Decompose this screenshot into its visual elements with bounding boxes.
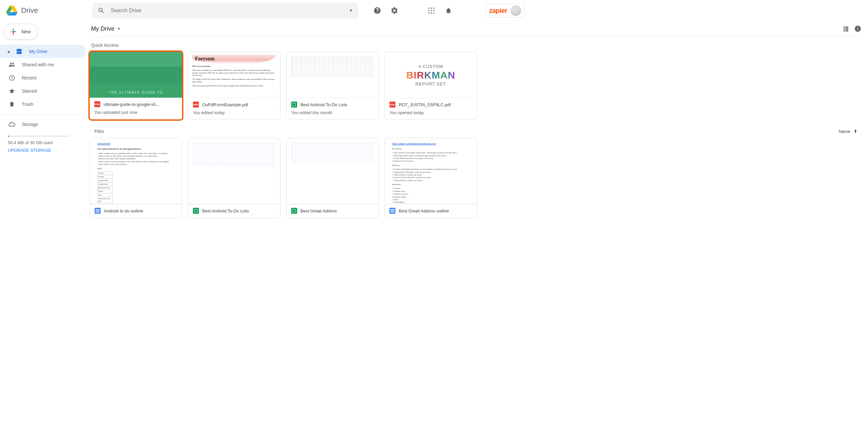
file-title: ultimate-guide-to-google-sh... bbox=[103, 102, 159, 107]
zapier-logo: zapier bbox=[489, 7, 507, 14]
quick-access-card[interactable]: A CUSTOM BIRKMAN REPORT SET PDF POT_JUST… bbox=[384, 52, 477, 119]
file-title: Best Gmail Addons bbox=[301, 209, 337, 213]
sort-label: Name bbox=[839, 129, 850, 134]
people-icon bbox=[8, 61, 16, 68]
drive-icon bbox=[15, 48, 23, 55]
file-thumbnail: Foersom PDF Form Example This is an exam… bbox=[188, 52, 280, 98]
list-view-icon[interactable] bbox=[842, 25, 849, 32]
path-row: My Drive ▼ bbox=[90, 21, 863, 37]
file-title: OoPdfFormExample.pdf bbox=[202, 102, 248, 107]
docs-icon bbox=[390, 208, 395, 214]
file-card[interactable]: Best Android To-Do Lists bbox=[188, 138, 280, 218]
drive-logo-icon bbox=[5, 4, 19, 17]
sidebar-item-label: Recent bbox=[22, 75, 36, 81]
expand-caret-icon[interactable]: ▶ bbox=[8, 50, 11, 54]
quick-access-card[interactable]: THE ULTIMATE GUIDE TO PDF ultimate-guide… bbox=[90, 52, 182, 119]
file-subtitle: You opened today bbox=[390, 110, 472, 115]
svg-point-4 bbox=[431, 10, 432, 11]
file-thumbnail bbox=[287, 138, 378, 204]
svg-point-8 bbox=[433, 12, 435, 14]
sidebar-item-starred[interactable]: Starred bbox=[0, 85, 86, 98]
storage-bar bbox=[8, 135, 69, 137]
pdf-icon: PDF bbox=[94, 101, 100, 107]
quick-access-card[interactable]: Best Android To-Do Lists You edited this… bbox=[286, 52, 379, 119]
docs-icon bbox=[95, 208, 101, 214]
star-icon bbox=[8, 88, 16, 94]
files-row: Spreadsheet The best Android to do list … bbox=[90, 138, 863, 218]
trash-icon bbox=[8, 101, 16, 107]
folder-path-label: My Drive bbox=[91, 25, 115, 32]
file-thumbnail bbox=[188, 138, 280, 204]
sidebar-item-label: Starred bbox=[22, 88, 37, 94]
sidebar-item-recent[interactable]: Recent bbox=[0, 71, 86, 85]
svg-rect-9 bbox=[13, 31, 14, 32]
product-name: Drive bbox=[21, 6, 38, 15]
files-heading: Files bbox=[94, 129, 104, 134]
file-title: POT_JUSTIN_G5F9LC.pdf bbox=[399, 102, 451, 107]
chevron-down-icon: ▼ bbox=[117, 27, 121, 31]
sheets-icon bbox=[291, 208, 297, 214]
svg-point-2 bbox=[433, 8, 435, 9]
sort-control[interactable]: Name bbox=[839, 129, 858, 134]
info-icon[interactable] bbox=[854, 25, 861, 32]
svg-point-7 bbox=[431, 12, 432, 14]
file-thumbnail bbox=[287, 52, 378, 98]
svg-rect-13 bbox=[858, 27, 858, 28]
header-icons: zapier bbox=[371, 4, 525, 18]
apps-grid-icon[interactable] bbox=[425, 4, 438, 17]
divider bbox=[0, 114, 86, 115]
svg-point-0 bbox=[428, 8, 430, 9]
file-subtitle: You edited today bbox=[193, 110, 275, 115]
sidebar-item-label: Shared with me bbox=[22, 62, 54, 67]
svg-point-6 bbox=[428, 12, 430, 14]
svg-rect-12 bbox=[858, 28, 858, 30]
settings-gear-icon[interactable] bbox=[388, 4, 401, 17]
sidebar-item-label: Trash bbox=[22, 102, 33, 107]
cloud-icon bbox=[8, 121, 16, 128]
new-button[interactable]: New bbox=[4, 24, 38, 39]
file-title: Android to do outline bbox=[104, 209, 143, 213]
sidebar-item-label: Storage bbox=[22, 122, 38, 127]
logo-section[interactable]: Drive bbox=[5, 4, 90, 17]
file-card[interactable]: https://zapier.com/blog/best-gmail-add-o… bbox=[384, 138, 477, 218]
arrow-up-icon bbox=[853, 129, 858, 134]
file-thumbnail: Spreadsheet The best Android to do list … bbox=[90, 138, 182, 204]
sidebar: New ▶ My Drive Shared with me Recent Sta… bbox=[0, 21, 86, 440]
file-card[interactable]: Best Gmail Addons bbox=[286, 138, 379, 218]
svg-point-3 bbox=[428, 10, 430, 11]
new-button-label: New bbox=[22, 29, 31, 34]
search-box[interactable]: ▼ bbox=[92, 3, 358, 19]
sidebar-item-storage[interactable]: Storage bbox=[0, 118, 86, 131]
file-card[interactable]: Spreadsheet The best Android to do list … bbox=[90, 138, 182, 218]
storage-block: 50.4 MB of 30 GB used UPGRADE STORAGE bbox=[0, 131, 86, 156]
upgrade-storage-link[interactable]: UPGRADE STORAGE bbox=[8, 148, 51, 153]
search-options-dropdown[interactable]: ▼ bbox=[349, 8, 353, 13]
pdf-icon: PDF bbox=[193, 102, 199, 107]
search-icon bbox=[98, 7, 105, 14]
file-title: Best Android To-Do Lists bbox=[202, 209, 249, 213]
sheets-icon bbox=[291, 102, 297, 107]
quick-access-heading: Quick Access bbox=[91, 42, 861, 48]
sidebar-item-trash[interactable]: Trash bbox=[0, 98, 86, 111]
user-avatar[interactable] bbox=[510, 5, 521, 16]
file-thumbnail: A CUSTOM BIRKMAN REPORT SET bbox=[385, 52, 476, 98]
sidebar-item-shared[interactable]: Shared with me bbox=[0, 58, 86, 71]
sidebar-item-label: My Drive bbox=[29, 49, 47, 54]
quick-access-card[interactable]: Foersom PDF Form Example This is an exam… bbox=[188, 52, 280, 119]
search-input[interactable] bbox=[105, 8, 349, 13]
file-title: Best Gmail Addons outline bbox=[399, 209, 449, 213]
file-subtitle: You edited this month bbox=[291, 110, 374, 115]
folder-path-dropdown[interactable]: My Drive ▼ bbox=[91, 25, 121, 32]
file-thumbnail: https://zapier.com/blog/best-gmail-add-o… bbox=[385, 138, 476, 204]
quick-access-row: THE ULTIMATE GUIDE TO PDF ultimate-guide… bbox=[90, 52, 863, 119]
storage-usage-text: 50.4 MB of 30 GB used bbox=[8, 140, 86, 145]
file-title: Best Android To-Do Lists bbox=[301, 102, 347, 107]
brand-chip[interactable]: zapier bbox=[486, 4, 525, 18]
help-icon[interactable] bbox=[371, 4, 384, 17]
svg-point-5 bbox=[433, 10, 435, 11]
sidebar-item-my-drive[interactable]: ▶ My Drive bbox=[0, 45, 86, 58]
sheets-icon bbox=[193, 208, 199, 214]
file-subtitle: You uploaded just now bbox=[94, 110, 178, 115]
notifications-bell-icon[interactable] bbox=[442, 4, 455, 17]
clock-icon bbox=[8, 74, 16, 81]
